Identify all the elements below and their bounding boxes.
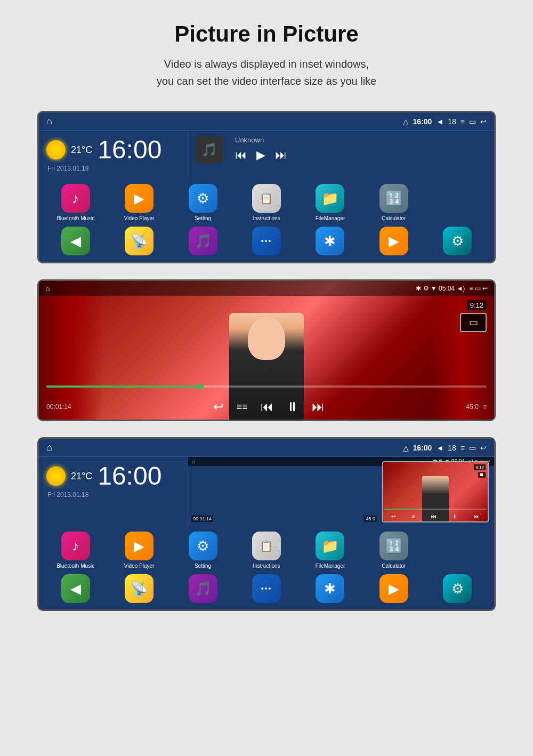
app3-menu[interactable]: ••• — [237, 574, 295, 603]
app-instructions[interactable]: 📋 Instructions — [237, 184, 295, 221]
home-icon[interactable]: ⌂ — [46, 116, 52, 127]
music-album-art: 🎵 — [196, 136, 223, 164]
bell-icon: △ — [403, 117, 409, 126]
app3-settings2[interactable]: ⚙ — [429, 574, 487, 603]
app3-settings2-icon: ⚙ — [443, 574, 472, 603]
app3-bluetooth-music-icon: ♪ — [61, 532, 90, 560]
app3-music-icon: 🎵 — [189, 574, 217, 603]
filemanager-icon: 📁 — [316, 184, 344, 213]
video-time-left: 00:01:14 — [46, 403, 71, 411]
app-grid-row2: ◀ 📡 🎵 ••• ✱ ▶ ⚙ — [39, 227, 494, 262]
prev-button[interactable]: ⏮ — [235, 148, 247, 162]
instructions-icon: 📋 — [252, 184, 281, 213]
app3-music[interactable]: 🎵 — [174, 574, 232, 603]
app-filemanager[interactable]: 📁 FileManager — [301, 184, 359, 221]
topbar3: ⌂ △ 16:00 ◄ 18 ≡ ▭ ↩ — [39, 439, 494, 457]
right-panel1: 🎵 Unknown ⏮ ▶ ⏭ — [188, 131, 494, 179]
playlist-icon[interactable]: ≡ — [483, 403, 487, 411]
app3-filemanager-icon: 📁 — [316, 532, 344, 560]
app3-radio[interactable]: 📡 — [110, 574, 168, 603]
app-video-player[interactable]: ▶ Video Player — [110, 184, 168, 221]
app3-video-player-icon: ▶ — [125, 532, 154, 560]
date3: Fri 2013.01.18 — [47, 491, 180, 498]
app3-setting[interactable]: ⚙ Setting — [174, 532, 232, 569]
music-icon: 🎵 — [189, 227, 217, 255]
app3-menu-icon: ••• — [252, 574, 281, 603]
video2-icon: ▶ — [379, 227, 408, 255]
video-time-badge: 9:12 — [467, 300, 487, 310]
left-panel3: 21°C 16:00 Fri 2013.01.18 — [39, 457, 188, 526]
app3-filemanager[interactable]: 📁 FileManager — [301, 532, 359, 569]
time-big-display: 16:00 — [98, 137, 161, 163]
calculator-label: Calculator — [382, 215, 406, 221]
music-unknown-label: Unknown — [235, 136, 487, 144]
next-track-button[interactable]: ⏭ — [312, 399, 325, 414]
chapters-button[interactable]: ≡≡ — [237, 401, 248, 413]
next-button[interactable]: ⏭ — [275, 148, 287, 162]
bluetooth-music-icon: ♪ — [61, 184, 90, 213]
video-ctrl-center: ↩ ≡≡ ⏮ ⏸ ⏭ — [213, 399, 325, 414]
app-calculator[interactable]: 🔢 Calculator — [365, 184, 423, 221]
app3-video2-icon: ▶ — [379, 574, 408, 603]
app3-instructions-icon: 📋 — [252, 532, 281, 560]
app3-bluetooth-music[interactable]: ♪ Bluetooth Music — [46, 532, 104, 569]
radio-icon: 📡 — [125, 227, 154, 255]
app-bluetooth-music[interactable]: ♪ Bluetooth Music — [46, 184, 104, 221]
video-top-bar: ⌂ ✱ ⚙ ▼ 05:04 ◄) ≡ ▭ ↩ — [39, 281, 494, 296]
video-player-icon: ▶ — [125, 184, 154, 213]
app-bluetooth[interactable]: ✱ — [301, 227, 359, 255]
video-player-label: Video Player — [124, 215, 155, 221]
app-music[interactable]: 🎵 — [174, 227, 232, 255]
pause-button[interactable]: ⏸ — [286, 399, 299, 414]
app-grid3-row2: ◀ 📡 🎵 ••• ✱ ▶ ⚙ — [39, 574, 494, 609]
prev-track-button[interactable]: ⏮ — [261, 399, 273, 414]
pip-area: ⌂ ✱ ⚙ ▼ 05:04 ◄) ≡ ▭ ↩ 9:12 ⏹ ↩≡⏮⏸⏭ — [188, 457, 494, 526]
screen1: ⌂ △ 16:00 ◄ 18 ≡ ▭ ↩ 21°C 16:00 Fri 2013… — [37, 111, 496, 263]
nav-icon: ◀ — [61, 227, 90, 255]
app-menu[interactable]: ••• — [237, 227, 295, 255]
video-topbar-time: ≡ ▭ ↩ — [469, 285, 488, 292]
progress-bar-area — [39, 385, 494, 388]
progress-track[interactable] — [46, 385, 487, 388]
app-grid-row1: ♪ Bluetooth Music ▶ Video Player ⚙ Setti… — [39, 179, 494, 227]
video-home-icon: ⌂ — [45, 284, 50, 293]
video-status-icons: ✱ ⚙ ▼ 05:04 ◄) — [416, 285, 465, 292]
back-icon[interactable]: ↩ — [480, 117, 487, 126]
app3-filemanager-label: FileManager — [316, 563, 345, 569]
time-big3: 16:00 — [98, 463, 161, 489]
back3[interactable]: ↩ — [480, 444, 487, 452]
home-icon3[interactable]: ⌂ — [46, 442, 52, 453]
pip-mini-screen[interactable]: 9:12 ⏹ ↩≡⏮⏸⏭ — [382, 461, 489, 522]
left-panel1: 21°C 16:00 Fri 2013.01.18 — [39, 131, 188, 179]
app3-nav[interactable]: ◀ — [46, 574, 104, 603]
calculator-icon: 🔢 — [379, 184, 408, 213]
app3-video-player[interactable]: ▶ Video Player — [110, 532, 168, 569]
battery3: 18 — [448, 444, 456, 452]
temp-display: 21°C — [71, 144, 92, 156]
video-top-right: ✱ ⚙ ▼ 05:04 ◄) ≡ ▭ ↩ — [416, 285, 488, 292]
volume-icon: ◄ — [436, 117, 443, 126]
window3[interactable]: ▭ — [469, 444, 476, 452]
video-time-right: 45:0 — [466, 403, 479, 411]
app3-bluetooth[interactable]: ✱ — [301, 574, 359, 603]
app-video2[interactable]: ▶ — [365, 227, 423, 255]
app-nav[interactable]: ◀ — [46, 227, 104, 255]
pip-badge-icon[interactable]: ▭ — [460, 313, 487, 332]
app3-calculator[interactable]: 🔢 Calculator — [365, 532, 423, 569]
app3-instructions[interactable]: 📋 Instructions — [237, 532, 295, 569]
app-radio[interactable]: 📡 — [110, 227, 168, 255]
window-icon[interactable]: ▭ — [469, 117, 476, 126]
menu-icon[interactable]: ≡ — [461, 117, 465, 126]
filemanager-label: FileManager — [316, 215, 345, 221]
app3-video2[interactable]: ▶ — [365, 574, 423, 603]
bluetooth-music-label: Bluetooth Music — [56, 215, 94, 221]
app-settings2[interactable]: ⚙ — [429, 227, 487, 255]
menu3[interactable]: ≡ — [461, 444, 465, 452]
app3-calculator-label: Calculator — [382, 563, 406, 569]
vol-icon3: ◄ — [436, 444, 443, 452]
play-button[interactable]: ▶ — [256, 148, 265, 162]
repeat-button[interactable]: ↩ — [213, 399, 224, 414]
app-setting[interactable]: ⚙ Setting — [174, 184, 232, 221]
app-grid3-row1: ♪ Bluetooth Music ▶ Video Player ⚙ Setti… — [39, 526, 494, 574]
progress-dot — [197, 383, 204, 390]
